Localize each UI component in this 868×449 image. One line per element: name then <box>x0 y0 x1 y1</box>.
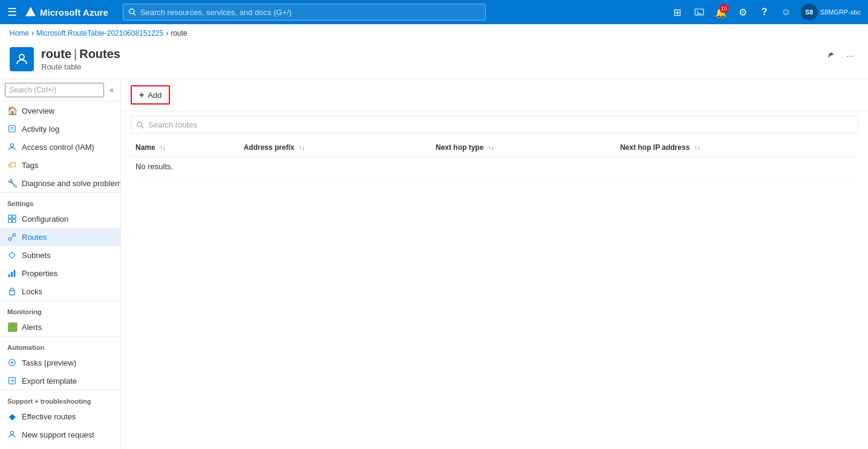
sidebar-section-monitoring: Monitoring <box>0 300 120 318</box>
sidebar-collapse-button[interactable]: « <box>108 83 116 97</box>
settings-icon[interactable]: ⚙ <box>733 2 752 22</box>
sidebar-search-area: « <box>0 79 120 102</box>
search-routes-icon <box>136 121 145 129</box>
tasks-icon <box>7 358 17 367</box>
locks-icon <box>7 286 17 296</box>
svg-rect-19 <box>14 270 16 277</box>
svg-line-1 <box>134 13 136 16</box>
sidebar: « 🏠 Overview Activity log Access control… <box>0 79 121 449</box>
add-icon: + <box>139 90 144 100</box>
routes-icon <box>7 232 17 242</box>
sidebar-item-subnets[interactable]: Subnets <box>0 246 120 264</box>
sidebar-item-new-support[interactable]: New support request <box>0 425 120 444</box>
sort-icon-address: ↑↓ <box>299 144 305 151</box>
main-layout: « 🏠 Overview Activity log Access control… <box>0 79 868 449</box>
search-input[interactable] <box>140 8 480 17</box>
azure-logo-icon <box>24 6 36 18</box>
search-routes-area[interactable] <box>131 116 858 134</box>
top-navigation: ☰ Microsoft Azure ⊞ 🔔 10 ⚙ ? ☺ S8 S8MGRP… <box>0 0 868 24</box>
column-header-next-hop-type[interactable]: Next hop type ↑↓ <box>431 138 615 157</box>
sort-icon-hop-ip: ↑↓ <box>694 144 700 151</box>
portal-icon[interactable]: ⊞ <box>668 2 687 22</box>
no-results-row: No results. <box>131 157 858 176</box>
search-icon <box>128 8 137 16</box>
column-header-next-hop-ip[interactable]: Next hop IP address ↑↓ <box>615 138 858 157</box>
content-toolbar: + Add <box>121 79 868 111</box>
sidebar-section-settings: Settings <box>0 192 120 210</box>
sort-icon-name: ↑↓ <box>160 144 166 151</box>
sidebar-item-properties[interactable]: Properties <box>0 264 120 282</box>
sidebar-item-label-routes: Routes <box>22 233 47 242</box>
resource-name: route <box>41 47 71 61</box>
no-results-text: No results. <box>131 157 858 176</box>
sidebar-item-label-export-template: Export template <box>22 376 77 386</box>
sidebar-item-routes[interactable]: Routes <box>0 228 120 246</box>
more-options-button[interactable]: ··· <box>841 47 858 64</box>
alerts-icon: 🟩 <box>7 322 17 332</box>
sidebar-item-export-template[interactable]: Export template <box>0 372 120 390</box>
routes-table: Name ↑↓ Address prefix ↑↓ Next hop type … <box>131 138 858 176</box>
global-search[interactable] <box>123 4 486 21</box>
resource-header: route | Routes Route table ··· <box>0 42 868 79</box>
sidebar-item-access-control[interactable]: Access control (IAM) <box>0 138 120 156</box>
svg-point-22 <box>11 361 13 364</box>
content-area: + Add Name ↑↓ Ad <box>121 79 868 449</box>
add-route-button[interactable]: + Add <box>131 85 170 105</box>
sidebar-item-label-new-support: New support request <box>22 430 94 439</box>
resource-type-label: Route table <box>41 62 815 71</box>
properties-icon <box>7 268 17 278</box>
sidebar-item-tasks[interactable]: Tasks (preview) <box>0 354 120 372</box>
sidebar-item-diagnose[interactable]: 🔧 Diagnose and solve problems <box>0 174 120 192</box>
user-avatar[interactable]: S8 S8MGRP-sbc <box>798 4 863 21</box>
sidebar-item-label-effective-routes: Effective routes <box>22 412 76 421</box>
breadcrumb-home[interactable]: Home <box>10 29 29 37</box>
svg-rect-10 <box>13 215 16 218</box>
breadcrumb: Home › Microsoft.RouteTable-202106081512… <box>0 24 868 42</box>
sort-icon-hop-type: ↑↓ <box>488 144 494 151</box>
overview-icon: 🏠 <box>7 106 17 115</box>
sidebar-item-label-subnets: Subnets <box>22 251 51 260</box>
resource-header-actions: ··· <box>822 47 858 64</box>
access-control-icon <box>7 142 17 152</box>
sidebar-item-effective-routes[interactable]: ◆ Effective routes <box>0 407 120 425</box>
svg-line-27 <box>142 126 144 128</box>
add-button-label: Add <box>148 91 162 100</box>
pin-button[interactable] <box>822 47 839 64</box>
sidebar-search-input[interactable] <box>5 83 104 97</box>
svg-point-4 <box>19 54 24 59</box>
breadcrumb-resource-group[interactable]: Microsoft.RouteTable-20210608151225 <box>36 29 163 37</box>
cloud-shell-icon[interactable] <box>690 2 709 22</box>
sidebar-item-label-activity-log: Activity log <box>22 124 59 134</box>
sidebar-item-locks[interactable]: Locks <box>0 282 120 300</box>
azure-logo: Microsoft Azure <box>24 6 108 18</box>
hamburger-menu[interactable]: ☰ <box>5 3 19 21</box>
sidebar-item-label-diagnose: Diagnose and solve problems <box>22 179 120 188</box>
sidebar-item-configuration[interactable]: Configuration <box>0 210 120 228</box>
resource-type-icon <box>10 47 34 71</box>
svg-point-0 <box>129 9 134 14</box>
sidebar-item-label-overview: Overview <box>22 106 54 115</box>
sidebar-item-label-alerts: Alerts <box>22 323 42 332</box>
tags-icon: 🏷 <box>7 160 17 170</box>
svg-point-26 <box>137 121 142 126</box>
feedback-icon[interactable]: ☺ <box>777 2 796 22</box>
search-routes-input[interactable] <box>148 120 853 129</box>
help-icon[interactable]: ? <box>755 2 774 22</box>
sidebar-item-tags[interactable]: 🏷 Tags <box>0 156 120 174</box>
resource-title-area: route | Routes Route table <box>41 47 815 71</box>
breadcrumb-current: route <box>171 29 187 37</box>
sidebar-item-label-access-control: Access control (IAM) <box>22 143 94 152</box>
sidebar-section-automation: Automation <box>0 336 120 354</box>
svg-point-13 <box>8 237 11 240</box>
activity-log-icon <box>7 124 17 134</box>
column-header-address-prefix[interactable]: Address prefix ↑↓ <box>239 138 431 157</box>
column-header-name[interactable]: Name ↑↓ <box>131 138 239 157</box>
notifications-icon[interactable]: 🔔 10 <box>711 2 731 22</box>
sidebar-item-activity-log[interactable]: Activity log <box>0 120 120 138</box>
svg-rect-11 <box>8 219 11 222</box>
svg-marker-16 <box>9 252 16 259</box>
sidebar-item-overview[interactable]: 🏠 Overview <box>0 102 120 120</box>
svg-rect-18 <box>11 272 13 277</box>
sidebar-item-alerts[interactable]: 🟩 Alerts <box>0 318 120 336</box>
sidebar-item-label-tasks: Tasks (preview) <box>22 358 76 367</box>
